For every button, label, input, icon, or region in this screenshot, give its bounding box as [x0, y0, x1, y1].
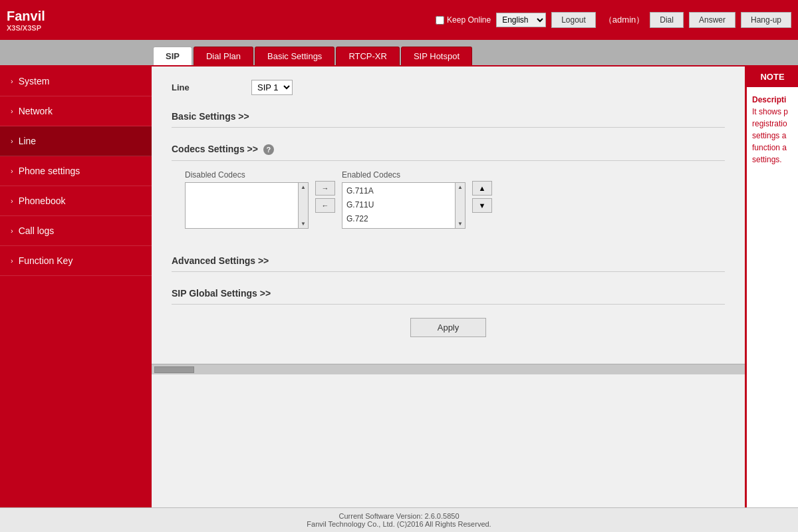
apply-button[interactable]: Apply [410, 318, 487, 337]
codec-order-buttons: ▲ ▼ [472, 170, 492, 213]
codec-g711u[interactable]: G.711U [345, 198, 452, 212]
disabled-codecs-col: Disabled Codecs ▲ ▼ [185, 170, 309, 229]
line-select[interactable]: SIP 1 SIP 2 SIP 3 SIP 4 [251, 80, 293, 95]
tab-basicsettings[interactable]: Basic Settings [255, 47, 334, 65]
codec-g729ab[interactable]: G.729AB [345, 227, 452, 229]
arrow-icon: › [11, 227, 13, 235]
tab-dialplan[interactable]: Dial Plan [194, 47, 253, 65]
codec-g711a[interactable]: G.711A [345, 184, 452, 198]
codecs-settings-label: Codecs Settings >> [172, 144, 258, 154]
answer-button[interactable]: Answer [689, 12, 735, 28]
scroll-up-icon[interactable]: ▲ [458, 184, 463, 190]
line-label: Line [172, 82, 251, 92]
arrow-icon: › [11, 167, 13, 175]
move-down-button[interactable]: ▼ [472, 198, 492, 213]
keep-online-checkbox[interactable] [436, 16, 444, 25]
footer-line1: Current Software Version: 2.6.0.5850 [4, 512, 794, 520]
footer: Current Software Version: 2.6.0.5850 Fan… [0, 507, 798, 532]
codec-transfer-buttons: → ← [315, 170, 335, 213]
arrow-icon: › [11, 137, 13, 145]
sidebar-item-phone-settings[interactable]: › Phone settings [0, 156, 152, 186]
sidebar-item-phonebook[interactable]: › Phonebook [0, 186, 152, 216]
sidebar-label-function-key: Function Key [19, 255, 73, 266]
disabled-codecs-list[interactable] [185, 182, 298, 229]
tab-siphotspot[interactable]: SIP Hotspot [401, 47, 472, 65]
logout-button[interactable]: Logout [551, 12, 596, 28]
enabled-codecs-scrollbar[interactable]: ▲ ▼ [455, 182, 466, 229]
tab-rtcpxr[interactable]: RTCP-XR [336, 47, 400, 65]
sidebar-item-line[interactable]: › Line [0, 126, 152, 156]
sidebar-label-system: System [19, 76, 50, 86]
sidebar-label-line: Line [19, 136, 36, 146]
keep-online-area: Keep Online [436, 15, 491, 25]
sidebar-item-network[interactable]: › Network [0, 96, 152, 126]
sidebar-label-call-logs: Call logs [19, 225, 55, 236]
logo: Fanvil X3S/X3SP [7, 9, 45, 32]
hangup-button[interactable]: Hang-up [741, 12, 791, 28]
codecs-settings-header[interactable]: Codecs Settings >> ? [172, 137, 725, 161]
enabled-codecs-items: G.711A G.711U G.722 G.729AB [342, 183, 455, 229]
sidebar: › System › Network › Line › Phone settin… [0, 66, 152, 507]
codec-g722[interactable]: G.722 [345, 212, 452, 226]
arrow-icon: › [11, 107, 13, 115]
content-area: Line SIP 1 SIP 2 SIP 3 SIP 4 Basic Setti… [152, 66, 745, 507]
basic-settings-header[interactable]: Basic Settings >> [172, 104, 725, 128]
sidebar-label-phone-settings: Phone settings [19, 166, 80, 176]
codecs-row: Disabled Codecs ▲ ▼ → ← [172, 170, 725, 229]
sidebar-label-network: Network [19, 106, 53, 116]
sidebar-item-call-logs[interactable]: › Call logs [0, 216, 152, 246]
sidebar-item-system[interactable]: › System [0, 66, 152, 96]
move-up-button[interactable]: ▲ [472, 181, 492, 196]
disabled-codecs-scrollbar[interactable]: ▲ ▼ [298, 182, 309, 229]
enabled-codecs-label: Enabled Codecs [342, 170, 466, 180]
model-name: X3S/X3SP [7, 24, 45, 32]
scrollbar-thumb[interactable] [154, 366, 194, 373]
arrow-icon: › [11, 197, 13, 205]
tabs-row: SIP Dial Plan Basic Settings RTCP-XR SIP… [0, 40, 798, 66]
arrow-icon: › [11, 77, 13, 85]
sidebar-item-function-key[interactable]: › Function Key [0, 246, 152, 276]
keep-online-label: Keep Online [447, 15, 491, 25]
scroll-down-icon[interactable]: ▼ [301, 221, 306, 227]
sip-global-settings-header[interactable]: SIP Global Settings >> [172, 281, 725, 305]
tab-sip[interactable]: SIP [153, 47, 192, 65]
move-right-button[interactable]: → [315, 181, 335, 196]
enabled-codecs-col: Enabled Codecs G.711A G.711U G.722 G.729… [342, 170, 466, 229]
sidebar-label-phonebook: Phonebook [19, 196, 66, 206]
scroll-up-icon[interactable]: ▲ [301, 184, 306, 190]
arrow-icon: › [11, 257, 13, 265]
admin-label: （admin） [604, 14, 644, 26]
note-panel: NOTE Descripti It shows p registratio se… [745, 66, 798, 507]
enabled-codecs-list[interactable]: G.711A G.711U G.722 G.729AB [342, 182, 455, 229]
horizontal-scrollbar[interactable] [152, 364, 745, 374]
dial-button[interactable]: Dial [650, 12, 684, 28]
note-header: NOTE [747, 66, 798, 87]
move-left-button[interactable]: ← [315, 198, 335, 213]
advanced-settings-header[interactable]: Advanced Settings >> [172, 249, 725, 272]
footer-line2: Fanvil Technology Co., Ltd. (C)2016 All … [4, 520, 794, 528]
brand-name: Fanvil [7, 9, 45, 24]
disabled-codecs-label: Disabled Codecs [185, 170, 309, 180]
note-content: Descripti It shows p registratio setting… [747, 87, 798, 172]
language-select[interactable]: English Chinese [496, 13, 546, 27]
help-icon[interactable]: ? [263, 144, 274, 155]
line-selector-row: Line SIP 1 SIP 2 SIP 3 SIP 4 [172, 80, 725, 95]
scroll-down-icon[interactable]: ▼ [458, 221, 463, 227]
